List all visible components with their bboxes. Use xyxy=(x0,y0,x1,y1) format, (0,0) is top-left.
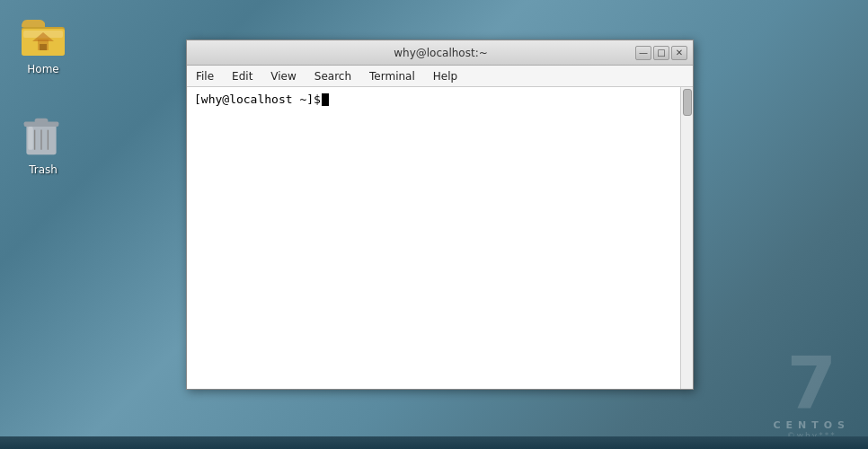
terminal-scrollbar[interactable] xyxy=(680,87,693,389)
menu-help[interactable]: Help xyxy=(424,66,466,86)
terminal-window: why@localhost:~ — □ ✕ File Edit View Sea… xyxy=(186,40,694,390)
terminal-body[interactable]: [why@localhost ~]$ xyxy=(187,87,693,389)
desktop-icon-home[interactable]: Home xyxy=(7,7,79,81)
taskbar xyxy=(0,436,868,449)
close-button[interactable]: ✕ xyxy=(671,46,687,60)
terminal-titlebar: why@localhost:~ — □ ✕ xyxy=(187,40,693,66)
window-controls: — □ ✕ xyxy=(635,46,687,60)
menu-file[interactable]: File xyxy=(187,66,223,86)
maximize-icon: □ xyxy=(657,48,665,57)
minimize-icon: — xyxy=(639,48,648,57)
terminal-menubar: File Edit View Search Terminal Help xyxy=(187,66,693,87)
desktop-icon-trash[interactable]: Trash xyxy=(7,108,79,181)
svg-rect-5 xyxy=(40,44,47,50)
centos-watermark: 7 CENTOS ©why*** xyxy=(773,348,850,440)
svg-rect-11 xyxy=(35,119,49,124)
terminal-scrollbar-thumb[interactable] xyxy=(683,89,692,116)
terminal-prompt-text: [why@localhost ~]$ xyxy=(194,92,321,106)
menu-search[interactable]: Search xyxy=(306,66,360,86)
svg-rect-12 xyxy=(28,127,33,150)
minimize-button[interactable]: — xyxy=(635,46,651,60)
close-icon: ✕ xyxy=(676,48,683,57)
centos-brand: CENTOS xyxy=(773,419,850,431)
menu-view[interactable]: View xyxy=(261,66,305,86)
folder-icon xyxy=(20,13,66,59)
trash-icon-label: Trash xyxy=(29,163,58,176)
terminal-title: why@localhost:~ xyxy=(246,47,635,59)
terminal-cursor xyxy=(322,93,329,106)
centos-seven: 7 xyxy=(786,348,837,419)
desktop: Home Trash why@localh xyxy=(0,0,868,449)
maximize-button[interactable]: □ xyxy=(653,46,669,60)
menu-terminal[interactable]: Terminal xyxy=(360,66,424,86)
menu-edit[interactable]: Edit xyxy=(223,66,261,86)
trash-icon xyxy=(20,113,66,160)
terminal-prompt-line: [why@localhost ~]$ xyxy=(194,92,686,106)
home-icon-label: Home xyxy=(27,63,58,75)
